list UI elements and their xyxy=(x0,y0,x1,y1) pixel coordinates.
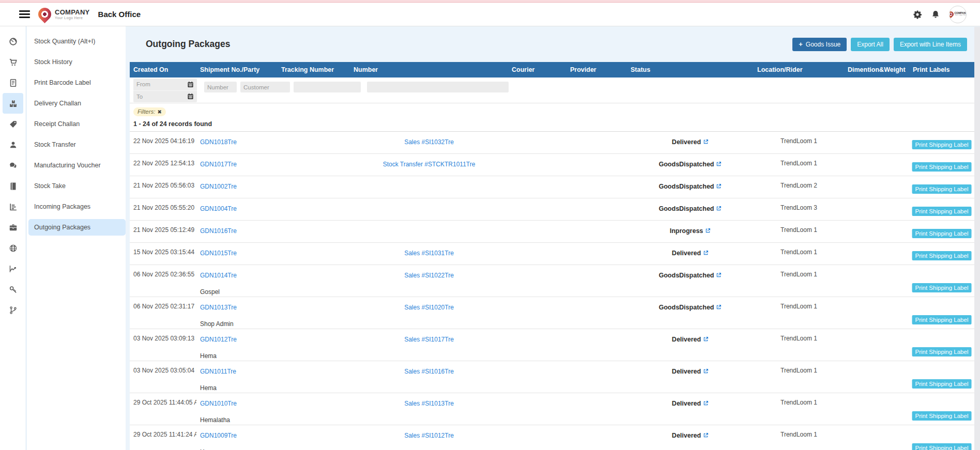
shipment-link[interactable]: GDN1004Tre xyxy=(200,205,237,212)
status-cell: Delivered xyxy=(627,425,754,450)
sidebar-item-outgoing-packages[interactable]: Outgoing Packages xyxy=(0,217,126,238)
sidebar-item-stock-take[interactable]: Stock Take xyxy=(0,176,126,196)
external-link-icon[interactable] xyxy=(703,432,709,438)
from-date-input[interactable] xyxy=(133,81,187,87)
print-shipping-label-button[interactable]: Print Shipping Label xyxy=(912,315,972,324)
shipment-link[interactable]: GDN1010Tre xyxy=(200,400,237,407)
sidebar-item-delivery-challan[interactable]: Delivery Challan xyxy=(0,93,126,114)
shipment-link[interactable]: GDN1002Tre xyxy=(200,183,237,190)
print-shipping-label-button[interactable]: Print Shipping Label xyxy=(912,162,972,172)
tracking-number-filter-input[interactable] xyxy=(294,82,361,92)
number-link[interactable]: Sales #SI1013Tre xyxy=(404,400,454,407)
external-link-icon[interactable] xyxy=(703,250,709,256)
shipment-cell: GDN1016Tre xyxy=(196,221,278,242)
to-date-input[interactable] xyxy=(133,94,187,100)
sidebar-item-manufacturing-voucher[interactable]: Manufacturing Voucher xyxy=(0,155,126,176)
external-link-icon[interactable] xyxy=(703,368,709,374)
print-shipping-label-button[interactable]: Print Shipping Label xyxy=(912,140,972,149)
goods-issue-button[interactable]: +Goods Issue xyxy=(792,38,847,51)
shipment-link[interactable]: GDN1012Tre xyxy=(200,336,237,343)
sidebar-item-incoming-packages[interactable]: Incoming Packages xyxy=(0,196,126,217)
sidebar-item-branch[interactable] xyxy=(0,300,126,320)
print-shipping-label-button[interactable]: Print Shipping Label xyxy=(912,184,972,194)
status-cell: Delivered xyxy=(627,243,754,265)
number-link[interactable]: Sales #SI1016Tre xyxy=(404,368,454,375)
location-cell: TrendLoom 1 xyxy=(754,361,844,393)
avatar[interactable]: COMPANY Your Logo Here xyxy=(949,6,967,23)
sidebar-item-stock-quantity-alt-i[interactable]: Stock Quantity (Alt+I) xyxy=(0,31,126,52)
print-shipping-label-button[interactable]: Print Shipping Label xyxy=(912,379,972,389)
number-link[interactable]: Sales #SI1022Tre xyxy=(404,272,454,279)
shipment-link[interactable]: GDN1017Tre xyxy=(200,161,237,168)
provider-cell xyxy=(566,132,627,153)
table-row: 21 Nov 2025 05:12:49 PMGDN1016TreInprogr… xyxy=(130,221,974,243)
sidebar-item-stock-transfer[interactable]: Stock Transfer xyxy=(0,134,126,155)
tracking-number-cell xyxy=(278,297,350,329)
shipment-link[interactable]: GDN1013Tre xyxy=(200,304,237,311)
sidebar-item-receipt-challan[interactable]: Receipt Challan xyxy=(0,114,126,134)
shipment-number-filter-input[interactable] xyxy=(204,82,237,92)
number-link[interactable]: Sales #SI1032Tre xyxy=(404,138,454,146)
number-link[interactable]: Sales #SI1012Tre xyxy=(404,432,454,439)
shipment-link[interactable]: GDN1011Tre xyxy=(200,368,236,375)
number-cell xyxy=(350,198,508,220)
number-link[interactable]: Stock Transfer #STCKTR1011Tre xyxy=(383,161,476,168)
menu-icon[interactable] xyxy=(19,10,30,18)
number-cell: Sales #SI1017Tre xyxy=(350,329,508,361)
external-link-icon[interactable] xyxy=(716,183,722,189)
shipment-link[interactable]: GDN1016Tre xyxy=(200,227,237,235)
number-link[interactable]: Sales #SI1020Tre xyxy=(404,304,454,311)
number-link[interactable]: Sales #SI1017Tre xyxy=(404,336,454,343)
clear-filters-icon[interactable]: ✖ xyxy=(158,109,162,115)
bell-icon[interactable] xyxy=(931,10,940,19)
sidebar-item-stock-history[interactable]: Stock History xyxy=(0,52,126,72)
external-link-icon[interactable] xyxy=(716,161,722,167)
export-with-line-items-button[interactable]: Export with Line Items xyxy=(894,38,967,51)
number-link[interactable]: Sales #SI1031Tre xyxy=(404,250,454,257)
location-cell: TrendLoom 1 xyxy=(754,297,844,329)
shipment-link[interactable]: GDN1018Tre xyxy=(200,138,237,146)
print-shipping-label-button[interactable]: Print Shipping Label xyxy=(912,443,972,450)
chat-icon xyxy=(9,161,18,170)
shipment-link[interactable]: GDN1014Tre xyxy=(200,272,237,279)
calendar-icon[interactable] xyxy=(187,93,194,100)
print-shipping-label-button[interactable]: Print Shipping Label xyxy=(912,251,972,260)
sidebar-item-globe[interactable] xyxy=(0,238,126,258)
sidebar-item-key[interactable] xyxy=(0,279,126,300)
sidebar-item-label: Manufacturing Voucher xyxy=(34,162,101,169)
external-link-icon[interactable] xyxy=(703,139,709,145)
gear-icon[interactable] xyxy=(913,10,922,19)
print-labels-cell: Print Shipping Label xyxy=(909,265,974,297)
export-all-button[interactable]: Export All xyxy=(851,38,890,51)
external-link-icon[interactable] xyxy=(703,336,709,342)
tracking-number-cell xyxy=(278,393,350,425)
column-header: Location/Rider xyxy=(754,62,844,77)
customer-filter-input[interactable] xyxy=(240,82,290,92)
shipment-link[interactable]: GDN1015Tre xyxy=(200,250,237,257)
print-shipping-label-button[interactable]: Print Shipping Label xyxy=(912,207,972,216)
key-icon xyxy=(9,285,18,294)
created-on-cell: 21 Nov 2025 05:55:20 PM xyxy=(130,198,196,220)
tracking-number-cell xyxy=(278,361,350,393)
sidebar-item-print-barcode-label[interactable]: Print Barcode Label xyxy=(0,72,126,93)
tracking-number-cell xyxy=(278,221,350,242)
print-labels-cell: Print Shipping Label xyxy=(909,154,974,176)
external-link-icon[interactable] xyxy=(716,304,722,310)
calendar-icon[interactable] xyxy=(187,81,194,88)
print-shipping-label-button[interactable]: Print Shipping Label xyxy=(912,411,972,421)
external-link-icon[interactable] xyxy=(703,400,709,406)
scrollbar-track[interactable] xyxy=(974,27,980,450)
print-shipping-label-button[interactable]: Print Shipping Label xyxy=(912,283,972,292)
created-on-cell: 15 Nov 2025 03:15:44 PM xyxy=(130,243,196,265)
sidebar-item-label: Stock Take xyxy=(34,182,66,190)
number-filter-input[interactable] xyxy=(367,82,509,92)
sidebar-item-line-chart[interactable] xyxy=(0,258,126,279)
print-shipping-label-button[interactable]: Print Shipping Label xyxy=(912,347,972,356)
external-link-icon[interactable] xyxy=(705,228,711,234)
company-logo[interactable]: COMPANY Your Logo Here xyxy=(38,8,90,21)
external-link-icon[interactable] xyxy=(716,206,722,211)
print-shipping-label-button[interactable]: Print Shipping Label xyxy=(912,229,972,238)
shipment-link[interactable]: GDN1009Tre xyxy=(200,432,237,439)
external-link-icon[interactable] xyxy=(716,272,722,278)
sidebar-item-label: Incoming Packages xyxy=(34,203,90,210)
